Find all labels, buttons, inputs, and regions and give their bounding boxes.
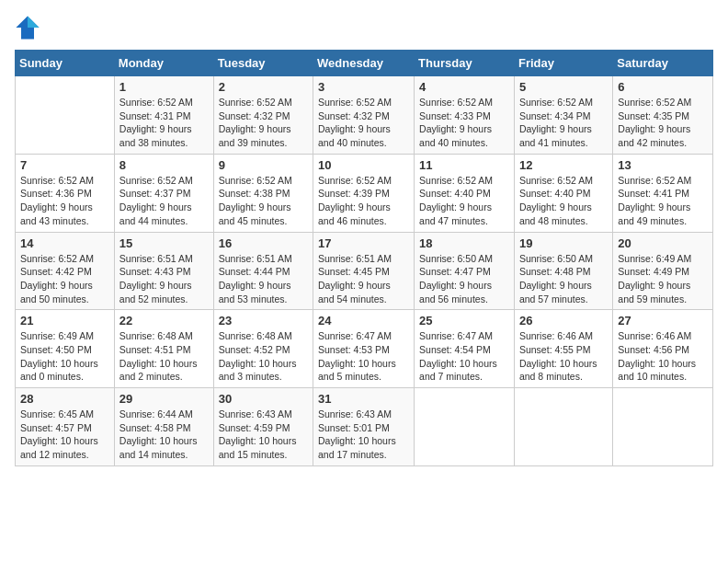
- calendar-week-row: 14Sunrise: 6:52 AMSunset: 4:42 PMDayligh…: [16, 232, 713, 310]
- day-number: 10: [318, 158, 409, 172]
- calendar-body: 1Sunrise: 6:52 AMSunset: 4:31 PMDaylight…: [16, 76, 713, 466]
- day-info: Sunrise: 6:52 AMSunset: 4:32 PMDaylight:…: [219, 96, 308, 150]
- day-info: Sunrise: 6:48 AMSunset: 4:51 PMDaylight:…: [119, 329, 209, 384]
- day-info: Sunrise: 6:44 AMSunset: 4:58 PMDaylight:…: [119, 408, 209, 462]
- day-number: 30: [219, 392, 308, 406]
- day-info: Sunrise: 6:43 AMSunset: 4:59 PMDaylight:…: [219, 408, 308, 462]
- calendar-cell: 25Sunrise: 6:47 AMSunset: 4:54 PMDayligh…: [415, 310, 515, 388]
- calendar-cell: 14Sunrise: 6:52 AMSunset: 4:42 PMDayligh…: [16, 232, 115, 310]
- day-info: Sunrise: 6:52 AMSunset: 4:40 PMDaylight:…: [519, 174, 608, 228]
- calendar-cell: 12Sunrise: 6:52 AMSunset: 4:40 PMDayligh…: [514, 154, 612, 232]
- logo-icon: [15, 15, 40, 40]
- calendar-cell: 20Sunrise: 6:49 AMSunset: 4:49 PMDayligh…: [613, 232, 713, 310]
- day-number: 29: [119, 392, 209, 406]
- header-day: Thursday: [415, 51, 515, 76]
- day-number: 7: [20, 158, 109, 172]
- calendar-cell: 31Sunrise: 6:43 AMSunset: 5:01 PMDayligh…: [313, 388, 415, 466]
- calendar-cell: [514, 388, 612, 466]
- calendar-cell: 22Sunrise: 6:48 AMSunset: 4:51 PMDayligh…: [114, 310, 213, 388]
- day-number: 18: [419, 236, 509, 250]
- day-number: 1: [119, 80, 209, 94]
- header-day: Friday: [514, 51, 612, 76]
- header-day: Wednesday: [313, 51, 415, 76]
- day-info: Sunrise: 6:49 AMSunset: 4:50 PMDaylight:…: [20, 329, 109, 384]
- calendar-cell: 28Sunrise: 6:45 AMSunset: 4:57 PMDayligh…: [16, 388, 115, 466]
- day-info: Sunrise: 6:47 AMSunset: 4:53 PMDaylight:…: [318, 329, 409, 384]
- calendar-week-row: 1Sunrise: 6:52 AMSunset: 4:31 PMDaylight…: [16, 76, 713, 155]
- header-day: Monday: [114, 51, 213, 76]
- day-info: Sunrise: 6:49 AMSunset: 4:49 PMDaylight:…: [618, 252, 708, 306]
- day-info: Sunrise: 6:46 AMSunset: 4:56 PMDaylight:…: [618, 329, 708, 384]
- day-info: Sunrise: 6:52 AMSunset: 4:34 PMDaylight:…: [519, 96, 608, 150]
- calendar-cell: 29Sunrise: 6:44 AMSunset: 4:58 PMDayligh…: [114, 388, 213, 466]
- day-number: 25: [419, 314, 509, 327]
- day-number: 24: [318, 314, 409, 327]
- header-day: Tuesday: [213, 51, 313, 76]
- calendar-cell: 4Sunrise: 6:52 AMSunset: 4:33 PMDaylight…: [415, 76, 515, 155]
- day-number: 3: [318, 80, 409, 94]
- calendar-cell: 15Sunrise: 6:51 AMSunset: 4:43 PMDayligh…: [114, 232, 213, 310]
- calendar-cell: 21Sunrise: 6:49 AMSunset: 4:50 PMDayligh…: [16, 310, 115, 388]
- day-info: Sunrise: 6:45 AMSunset: 4:57 PMDaylight:…: [20, 408, 109, 462]
- calendar-cell: 18Sunrise: 6:50 AMSunset: 4:47 PMDayligh…: [415, 232, 515, 310]
- day-info: Sunrise: 6:47 AMSunset: 4:54 PMDaylight:…: [419, 329, 509, 384]
- calendar-cell: 11Sunrise: 6:52 AMSunset: 4:40 PMDayligh…: [415, 154, 515, 232]
- day-number: 28: [20, 392, 109, 406]
- svg-marker-1: [28, 16, 40, 28]
- day-info: Sunrise: 6:51 AMSunset: 4:45 PMDaylight:…: [318, 252, 409, 306]
- calendar-cell: 16Sunrise: 6:51 AMSunset: 4:44 PMDayligh…: [213, 232, 313, 310]
- day-info: Sunrise: 6:50 AMSunset: 4:47 PMDaylight:…: [419, 252, 509, 306]
- day-info: Sunrise: 6:52 AMSunset: 4:35 PMDaylight:…: [618, 96, 708, 150]
- day-number: 9: [219, 158, 308, 172]
- day-number: 26: [519, 314, 608, 327]
- calendar-cell: 3Sunrise: 6:52 AMSunset: 4:32 PMDaylight…: [313, 76, 415, 155]
- calendar-cell: [613, 388, 713, 466]
- logo: [15, 15, 44, 40]
- calendar-cell: 17Sunrise: 6:51 AMSunset: 4:45 PMDayligh…: [313, 232, 415, 310]
- calendar-week-row: 28Sunrise: 6:45 AMSunset: 4:57 PMDayligh…: [16, 388, 713, 466]
- day-number: 4: [419, 80, 509, 94]
- calendar-cell: [415, 388, 515, 466]
- calendar-week-row: 7Sunrise: 6:52 AMSunset: 4:36 PMDaylight…: [16, 154, 713, 232]
- day-number: 23: [219, 314, 308, 327]
- day-number: 16: [219, 236, 308, 250]
- calendar-cell: 1Sunrise: 6:52 AMSunset: 4:31 PMDaylight…: [114, 76, 213, 155]
- calendar-cell: 27Sunrise: 6:46 AMSunset: 4:56 PMDayligh…: [613, 310, 713, 388]
- day-info: Sunrise: 6:52 AMSunset: 4:42 PMDaylight:…: [20, 252, 109, 306]
- header-row: SundayMondayTuesdayWednesdayThursdayFrid…: [16, 51, 713, 76]
- calendar-cell: 5Sunrise: 6:52 AMSunset: 4:34 PMDaylight…: [514, 76, 612, 155]
- header-day: Sunday: [16, 51, 115, 76]
- day-info: Sunrise: 6:52 AMSunset: 4:41 PMDaylight:…: [618, 174, 708, 228]
- day-number: 31: [318, 392, 409, 406]
- calendar-cell: 10Sunrise: 6:52 AMSunset: 4:39 PMDayligh…: [313, 154, 415, 232]
- day-info: Sunrise: 6:52 AMSunset: 4:38 PMDaylight:…: [219, 174, 308, 228]
- calendar-cell: 23Sunrise: 6:48 AMSunset: 4:52 PMDayligh…: [213, 310, 313, 388]
- calendar-week-row: 21Sunrise: 6:49 AMSunset: 4:50 PMDayligh…: [16, 310, 713, 388]
- day-info: Sunrise: 6:43 AMSunset: 5:01 PMDaylight:…: [318, 408, 409, 462]
- page-header: [15, 15, 713, 40]
- day-number: 8: [119, 158, 209, 172]
- day-number: 27: [618, 314, 708, 327]
- day-info: Sunrise: 6:52 AMSunset: 4:32 PMDaylight:…: [318, 96, 409, 150]
- day-number: 14: [20, 236, 109, 250]
- day-number: 6: [618, 80, 708, 94]
- calendar-table: SundayMondayTuesdayWednesdayThursdayFrid…: [15, 50, 713, 466]
- day-info: Sunrise: 6:50 AMSunset: 4:48 PMDaylight:…: [519, 252, 608, 306]
- day-number: 17: [318, 236, 409, 250]
- calendar-cell: [16, 76, 115, 155]
- calendar-header: SundayMondayTuesdayWednesdayThursdayFrid…: [16, 51, 713, 76]
- day-number: 2: [219, 80, 308, 94]
- day-info: Sunrise: 6:52 AMSunset: 4:39 PMDaylight:…: [318, 174, 409, 228]
- day-number: 13: [618, 158, 708, 172]
- calendar-cell: 26Sunrise: 6:46 AMSunset: 4:55 PMDayligh…: [514, 310, 612, 388]
- calendar-cell: 8Sunrise: 6:52 AMSunset: 4:37 PMDaylight…: [114, 154, 213, 232]
- day-number: 12: [519, 158, 608, 172]
- calendar-cell: 13Sunrise: 6:52 AMSunset: 4:41 PMDayligh…: [613, 154, 713, 232]
- day-info: Sunrise: 6:51 AMSunset: 4:43 PMDaylight:…: [119, 252, 209, 306]
- day-number: 19: [519, 236, 608, 250]
- day-info: Sunrise: 6:52 AMSunset: 4:36 PMDaylight:…: [20, 174, 109, 228]
- day-info: Sunrise: 6:46 AMSunset: 4:55 PMDaylight:…: [519, 329, 608, 384]
- day-number: 5: [519, 80, 608, 94]
- calendar-cell: 2Sunrise: 6:52 AMSunset: 4:32 PMDaylight…: [213, 76, 313, 155]
- day-info: Sunrise: 6:52 AMSunset: 4:31 PMDaylight:…: [119, 96, 209, 150]
